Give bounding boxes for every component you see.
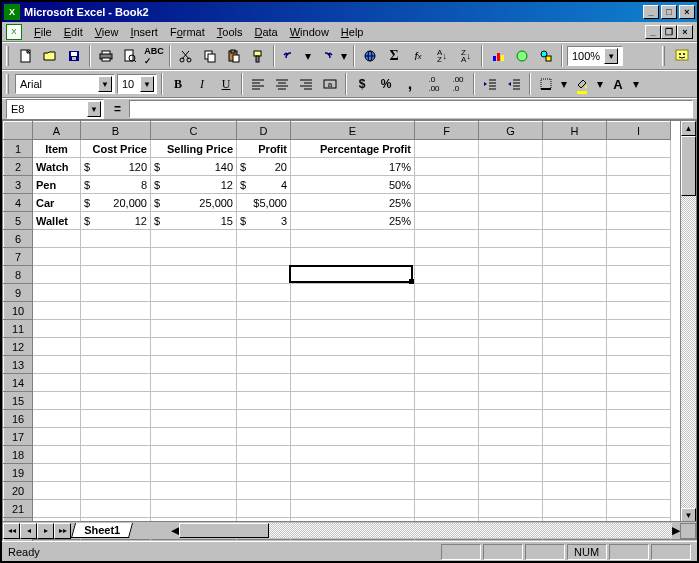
row-header-19[interactable]: 19 bbox=[4, 464, 33, 482]
sort-desc-button[interactable]: ZA↓ bbox=[455, 45, 477, 67]
cell-B3[interactable]: $8 bbox=[81, 176, 151, 194]
cell-H2[interactable] bbox=[543, 158, 607, 176]
hscroll-thumb[interactable] bbox=[179, 523, 269, 538]
zoom-combo[interactable]: 100% ▼ bbox=[567, 46, 623, 66]
cell-G4[interactable] bbox=[479, 194, 543, 212]
font-color-button[interactable]: A bbox=[607, 73, 629, 95]
cell-B5[interactable]: $12 bbox=[81, 212, 151, 230]
cell-E1[interactable]: Percentage Profit bbox=[291, 140, 415, 158]
col-header-C[interactable]: C bbox=[151, 122, 237, 140]
redo-button[interactable] bbox=[315, 45, 337, 67]
undo-dropdown[interactable]: ▾ bbox=[303, 45, 313, 67]
cell-C4[interactable]: $25,000 bbox=[151, 194, 237, 212]
menu-tools[interactable]: Tools bbox=[211, 24, 249, 40]
font-size-combo[interactable]: 10 ▼ bbox=[117, 74, 157, 94]
menu-file[interactable]: File bbox=[28, 24, 58, 40]
font-combo[interactable]: Arial ▼ bbox=[15, 74, 115, 94]
menu-insert[interactable]: Insert bbox=[124, 24, 164, 40]
toolbar-grip[interactable] bbox=[6, 46, 9, 66]
doc-minimize-button[interactable]: _ bbox=[645, 25, 661, 39]
spellcheck-button[interactable]: ABC✓ bbox=[143, 45, 165, 67]
cell-H4[interactable] bbox=[543, 194, 607, 212]
doc-restore-button[interactable]: ❐ bbox=[661, 25, 677, 39]
row-header-5[interactable]: 5 bbox=[4, 212, 33, 230]
chart-wizard-button[interactable] bbox=[487, 45, 509, 67]
print-button[interactable] bbox=[95, 45, 117, 67]
save-button[interactable] bbox=[63, 45, 85, 67]
cell-D1[interactable]: Profit bbox=[237, 140, 291, 158]
print-preview-button[interactable] bbox=[119, 45, 141, 67]
menu-format[interactable]: Format bbox=[164, 24, 211, 40]
italic-button[interactable]: I bbox=[191, 73, 213, 95]
cell-D5[interactable]: $3 bbox=[237, 212, 291, 230]
close-button[interactable]: × bbox=[679, 5, 695, 19]
col-header-D[interactable]: D bbox=[237, 122, 291, 140]
col-header-F[interactable]: F bbox=[415, 122, 479, 140]
row-header-13[interactable]: 13 bbox=[4, 356, 33, 374]
cell-I5[interactable] bbox=[607, 212, 671, 230]
cell-H1[interactable] bbox=[543, 140, 607, 158]
scroll-right-button[interactable]: ▶ bbox=[672, 524, 680, 537]
cell-F5[interactable] bbox=[415, 212, 479, 230]
cell-G1[interactable] bbox=[479, 140, 543, 158]
cell-A4[interactable]: Car bbox=[33, 194, 81, 212]
row-header-14[interactable]: 14 bbox=[4, 374, 33, 392]
row-header-11[interactable]: 11 bbox=[4, 320, 33, 338]
increase-decimal-button[interactable]: .0.00 bbox=[423, 73, 445, 95]
font-color-dropdown[interactable]: ▾ bbox=[631, 73, 641, 95]
row-header-3[interactable]: 3 bbox=[4, 176, 33, 194]
menu-view[interactable]: View bbox=[89, 24, 125, 40]
col-header-A[interactable]: A bbox=[33, 122, 81, 140]
menu-window[interactable]: Window bbox=[284, 24, 335, 40]
fill-color-button[interactable] bbox=[571, 73, 593, 95]
borders-dropdown[interactable]: ▾ bbox=[559, 73, 569, 95]
paste-button[interactable] bbox=[223, 45, 245, 67]
merge-center-button[interactable]: a bbox=[319, 73, 341, 95]
cell-I4[interactable] bbox=[607, 194, 671, 212]
size-dropdown-icon[interactable]: ▼ bbox=[140, 76, 154, 92]
cell-B2[interactable]: $120 bbox=[81, 158, 151, 176]
cell-A5[interactable]: Wallet bbox=[33, 212, 81, 230]
doc-close-button[interactable]: × bbox=[677, 25, 693, 39]
align-left-button[interactable] bbox=[247, 73, 269, 95]
format-painter-button[interactable] bbox=[247, 45, 269, 67]
col-header-B[interactable]: B bbox=[81, 122, 151, 140]
cell-F4[interactable] bbox=[415, 194, 479, 212]
borders-button[interactable] bbox=[535, 73, 557, 95]
col-header-G[interactable]: G bbox=[479, 122, 543, 140]
sort-asc-button[interactable]: AZ↓ bbox=[431, 45, 453, 67]
row-header-7[interactable]: 7 bbox=[4, 248, 33, 266]
decrease-decimal-button[interactable]: .00.0 bbox=[447, 73, 469, 95]
cell-E5[interactable]: 25% bbox=[291, 212, 415, 230]
row-header-4[interactable]: 4 bbox=[4, 194, 33, 212]
menu-help[interactable]: Help bbox=[335, 24, 370, 40]
function-button[interactable]: fx bbox=[407, 45, 429, 67]
percent-button[interactable]: % bbox=[375, 73, 397, 95]
currency-button[interactable]: $ bbox=[351, 73, 373, 95]
map-button[interactable] bbox=[511, 45, 533, 67]
cell-H5[interactable] bbox=[543, 212, 607, 230]
underline-button[interactable]: U bbox=[215, 73, 237, 95]
cell-A3[interactable]: Pen bbox=[33, 176, 81, 194]
open-button[interactable] bbox=[39, 45, 61, 67]
scroll-up-button[interactable]: ▲ bbox=[681, 121, 696, 136]
zoom-dropdown-icon[interactable]: ▼ bbox=[604, 48, 618, 64]
row-header-21[interactable]: 21 bbox=[4, 500, 33, 518]
redo-dropdown[interactable]: ▾ bbox=[339, 45, 349, 67]
decrease-indent-button[interactable] bbox=[479, 73, 501, 95]
cell-E4[interactable]: 25% bbox=[291, 194, 415, 212]
formula-input[interactable] bbox=[129, 100, 693, 118]
maximize-button[interactable]: □ bbox=[661, 5, 677, 19]
row-header-17[interactable]: 17 bbox=[4, 428, 33, 446]
name-box[interactable]: E8 ▼ bbox=[6, 99, 104, 119]
cell-D4[interactable]: $5,000 bbox=[237, 194, 291, 212]
cell-A6[interactable] bbox=[33, 230, 81, 248]
formula-equals-icon[interactable]: = bbox=[110, 102, 125, 116]
col-header-I[interactable]: I bbox=[607, 122, 671, 140]
cell-A1[interactable]: Item bbox=[33, 140, 81, 158]
fill-color-dropdown[interactable]: ▾ bbox=[595, 73, 605, 95]
row-header-12[interactable]: 12 bbox=[4, 338, 33, 356]
row-header-2[interactable]: 2 bbox=[4, 158, 33, 176]
vertical-scrollbar[interactable]: ▲ ▼ bbox=[680, 121, 696, 523]
tab-nav-prev[interactable]: ◂ bbox=[20, 523, 37, 539]
